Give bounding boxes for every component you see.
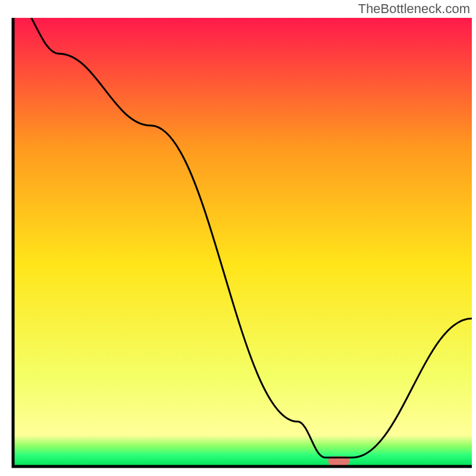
gradient-background [13,18,472,466]
chart-frame: TheBottleneck.com [0,0,476,476]
chart-svg [0,0,476,476]
attribution-text: TheBottleneck.com [358,1,470,17]
